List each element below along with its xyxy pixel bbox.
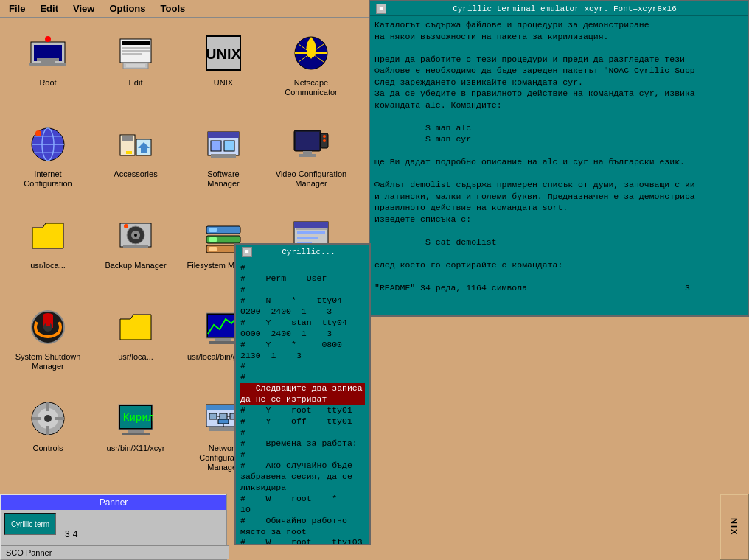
panner-num1: 3 [65, 529, 70, 539]
terminal-main-close[interactable]: ■ [376, 4, 386, 14]
panner-cyrillic-icon[interactable]: Cyrillic term [4, 513, 56, 535]
icon-netscape[interactable]: Netscape Communicator [271, 25, 352, 113]
svg-rect-51 [209, 228, 217, 232]
sysshut-icon [26, 305, 70, 349]
menu-tools[interactable]: Tools [155, 1, 192, 15]
svg-rect-52 [209, 237, 217, 242]
svg-rect-34 [211, 154, 236, 158]
xcyr-label: usr/bin/X11/xcyr [107, 444, 165, 453]
svg-rect-41 [299, 154, 316, 157]
svg-rect-7 [122, 41, 150, 45]
svg-rect-33 [224, 141, 234, 151]
svg-point-47 [124, 224, 128, 228]
svg-rect-55 [294, 222, 328, 228]
icon-accessories[interactable]: Accessories [95, 116, 176, 205]
svg-rect-65 [215, 338, 231, 341]
svg-point-39 [323, 139, 326, 142]
svg-rect-5 [29, 63, 66, 66]
video-label: Video Configuration Manager [276, 169, 346, 189]
svg-point-38 [323, 135, 326, 138]
video-icon [289, 122, 333, 167]
svg-rect-36 [296, 132, 319, 150]
panner-title: Panner [100, 497, 128, 508]
svg-rect-2 [37, 58, 59, 61]
svg-rect-88 [209, 413, 217, 419]
panner-titlebar: Panner [1, 495, 226, 510]
panner-num2: 4 [73, 529, 78, 539]
svg-rect-79 [55, 417, 64, 420]
svg-rect-85 [122, 433, 150, 435]
icon-usrloca1[interactable]: usr/loca... [7, 208, 88, 296]
svg-rect-12 [126, 64, 145, 67]
terminal-secondary-text: # # Perm User # # N * tty04 0200 2400 1 … [240, 262, 365, 544]
netscape-label: Netscape Communicator [285, 78, 338, 97]
software-icon [201, 122, 245, 167]
terminal-secondary: ■ Cyrillic... # # Perm User # # N * tty0… [234, 243, 371, 545]
svg-rect-56 [297, 231, 325, 234]
icon-internet[interactable]: Internet Configuration [7, 116, 88, 205]
terminal-main-content[interactable]: Каталогът съдържа файлове и процедури за… [370, 16, 748, 315]
root-label: Root [39, 78, 56, 88]
menu-edit[interactable]: Edit [34, 1, 64, 15]
root-icon [26, 31, 70, 75]
accessories-label: Accessories [114, 169, 157, 179]
netscape-icon [289, 31, 333, 75]
svg-rect-31 [208, 132, 239, 138]
svg-rect-94 [218, 419, 229, 424]
svg-point-4 [45, 36, 51, 42]
svg-rect-93 [209, 427, 237, 431]
unix-label: UNIX [214, 78, 233, 88]
icon-video[interactable]: Video Configuration Manager [271, 116, 352, 205]
icon-xcyr[interactable]: Кирил usr/bin/X11/xcyr [95, 391, 176, 479]
terminal-secondary-titlebar: ■ Cyrillic... [236, 245, 369, 259]
edit-icon [114, 31, 158, 75]
panner: Panner Cyrillic term 3 4 SCO Panner [0, 494, 227, 560]
icon-controls[interactable]: Controls [7, 391, 88, 479]
menu-file[interactable]: File [3, 1, 31, 15]
terminal-main-text: Каталогът съдържа файлове и процедури за… [374, 19, 743, 293]
usrloca2-label: usr/loca... [118, 352, 153, 362]
terminal-secondary-title: Cyrillic... [252, 248, 365, 256]
sysshut-label: System Shutdown Manager [15, 352, 81, 371]
svg-rect-40 [303, 151, 312, 154]
unix-icon: UNIX [201, 31, 245, 75]
internet-label: Internet Configuration [24, 169, 72, 189]
svg-point-80 [44, 415, 52, 422]
icon-sysshut[interactable]: System Shutdown Manager [7, 299, 88, 388]
terminal-main: ■ Cyrillic terminal emulator xcyr. Font=… [369, 0, 749, 317]
accessories-icon [114, 122, 158, 167]
svg-point-45 [134, 234, 137, 237]
terminal-secondary-content[interactable]: # # Perm User # # N * tty04 0200 2400 1 … [236, 259, 369, 544]
svg-rect-53 [209, 247, 217, 251]
controls-label: Controls [33, 444, 63, 453]
icon-backup[interactable]: Backup Manager [95, 208, 176, 296]
panner-status: SCO Panner [1, 545, 229, 559]
svg-text:UNIX: UNIX [206, 46, 241, 62]
svg-rect-32 [211, 141, 221, 151]
svg-rect-76 [46, 402, 49, 411]
svg-rect-66 [209, 341, 237, 344]
backup-label: Backup Manager [105, 261, 166, 270]
terminal-secondary-close[interactable]: ■ [242, 247, 252, 257]
usrloca1-icon [26, 214, 70, 258]
usrloca2-icon [114, 305, 158, 349]
nix-button[interactable]: NIX [720, 494, 749, 560]
icon-edit[interactable]: Edit [95, 25, 176, 113]
menu-view[interactable]: View [67, 1, 100, 15]
svg-rect-27 [122, 136, 133, 141]
icon-software[interactable]: Software Manager [183, 116, 264, 205]
icon-usrloca2[interactable]: usr/loca... [95, 299, 176, 388]
svg-rect-78 [32, 417, 41, 420]
menu-options[interactable]: Options [103, 1, 151, 15]
usrloca1-label: usr/loca... [30, 261, 66, 270]
svg-rect-89 [220, 413, 227, 419]
controls-icon [26, 396, 70, 441]
icon-root[interactable]: Root [7, 25, 88, 113]
svg-rect-77 [46, 426, 49, 435]
xcyr-icon: Кирил [114, 396, 158, 441]
backup-icon [114, 214, 158, 258]
icon-unix[interactable]: UNIX UNIX [183, 25, 264, 113]
svg-rect-84 [128, 430, 144, 433]
svg-rect-62 [46, 315, 50, 326]
terminal-main-title: Cyrillic terminal emulator xcyr. Font=xc… [386, 4, 743, 13]
